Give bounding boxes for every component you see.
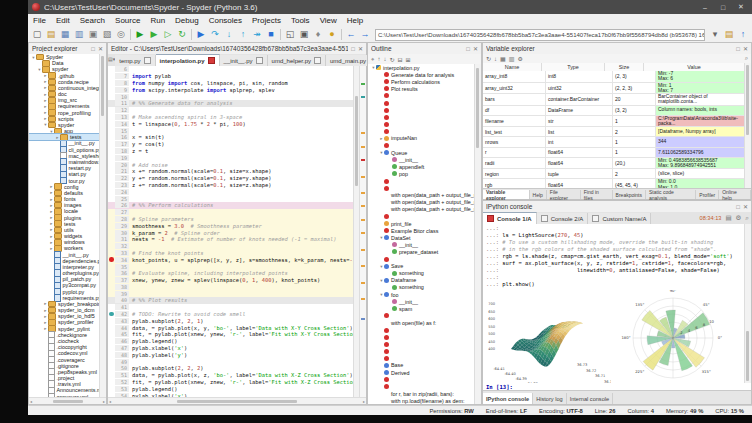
step-over-icon[interactable]: ↷ xyxy=(208,28,222,41)
column-header-value[interactable]: Value xyxy=(644,63,745,71)
outline-item-__init__[interactable]: __init__ xyxy=(368,241,475,248)
code-line-38[interactable]: 38 xyxy=(108,284,354,291)
inspect-icon[interactable]: ▤ xyxy=(723,214,733,222)
close-button[interactable]: ✕ xyxy=(734,3,748,11)
code-line-10[interactable]: 10 xyxy=(108,93,354,100)
menu-help[interactable]: Help xyxy=(342,16,368,25)
code-line-24[interactable]: 24 xyxy=(108,188,354,195)
preferences-icon[interactable]: ◎ xyxy=(114,28,128,41)
outline-item[interactable] xyxy=(368,355,475,362)
close-icon[interactable]: ✕ xyxy=(473,45,478,52)
outline-item[interactable] xyxy=(368,185,475,192)
save-icon[interactable]: ▦ xyxy=(58,28,72,41)
variable-row-array_int8[interactable]: array_int8int8(2, 3)Min: -7 Max: 6 xyxy=(483,71,745,83)
variable-row-bars[interactable]: barscontainer.BarContainer20BarContainer… xyxy=(483,94,745,106)
save-all-icon[interactable]: ▥ xyxy=(72,28,86,41)
console-tab-console-1-a[interactable]: Console 1/A xyxy=(483,212,537,224)
variable-row-list_test[interactable]: list_testlist2[Dataframe, Numpy array] xyxy=(483,127,745,137)
dock-tab-help[interactable]: Help xyxy=(530,190,547,199)
step-return-icon[interactable]: ↑ xyxy=(236,28,250,41)
code-line-17[interactable]: 17y = cos(t) xyxy=(108,141,354,148)
parent-dir-icon[interactable]: ↑ xyxy=(736,28,750,41)
code-line-15[interactable]: 15 xyxy=(108,127,354,134)
outline-item[interactable] xyxy=(368,341,475,348)
menu-file[interactable]: File xyxy=(28,16,51,25)
editor-scrollflag-column[interactable] xyxy=(359,66,366,398)
maximize-button[interactable]: □ xyxy=(716,4,730,11)
code-line-48[interactable]: 48pylab.ylabel('y') xyxy=(108,351,354,358)
close-icon[interactable]: ✕ xyxy=(358,45,363,52)
outline-item[interactable] xyxy=(368,348,475,355)
code-line-9[interactable]: 9from scipy.interpolate import splprep, … xyxy=(108,86,354,93)
dock-tab-online-help[interactable]: Online help xyxy=(719,190,751,199)
close-icon[interactable]: ✕ xyxy=(743,203,748,210)
outline-item-something[interactable]: something xyxy=(368,284,475,291)
modified-indicator-icon[interactable] xyxy=(208,57,215,64)
run-icon[interactable]: ▶ xyxy=(133,28,147,41)
code-line-37[interactable]: 37xnew, ynew, znew = splev(linspace(0, 1… xyxy=(108,277,354,284)
code-editor[interactable]: 67import pylab8from numpy import cos, li… xyxy=(108,66,354,398)
run-cell-advance-icon[interactable]: ▷ xyxy=(161,28,175,41)
go-down-icon[interactable]: ↓ xyxy=(383,56,386,62)
go-up-icon[interactable]: ↑ xyxy=(377,56,380,62)
code-line-46[interactable]: 46pylab.legend() xyxy=(108,338,354,345)
palette-icon[interactable]: ● xyxy=(325,28,339,41)
save-as-icon[interactable]: ▥ xyxy=(509,55,515,62)
outline-item[interactable] xyxy=(368,92,475,99)
variable-row-r[interactable]: rfloat6417.611062589334796 xyxy=(483,148,745,158)
outline-item-with-open-data_path-output_file_n-[interactable]: with open(data_path + output_file_n... xyxy=(368,206,475,213)
outline-item-for-r-bar-in-zip-radii-bars-[interactable]: for r, bar in zip(radii, bars): xyxy=(368,390,475,397)
code-line-39[interactable]: 39 xyxy=(108,290,354,297)
bottom-tab-ipython-console[interactable]: IPython console xyxy=(483,393,533,404)
outline-item-appendleft[interactable]: appendleft xyxy=(368,163,475,170)
outline-item-queue[interactable]: ▾Queue xyxy=(368,149,475,156)
dock-tab-profiler[interactable]: Profiler xyxy=(696,190,719,199)
options-icon[interactable]: ⚙ xyxy=(734,214,744,222)
code-line-44[interactable]: 44data, = pylab.plot(x, y, 'bo-', label=… xyxy=(108,324,354,331)
outline-item[interactable] xyxy=(368,383,475,390)
follow-cursor-icon[interactable]: ⌖ xyxy=(371,56,374,63)
working-directory-combobox[interactable]: C:\Users\TestUser\Downloads\16740356428f… xyxy=(375,29,705,41)
column-header-size[interactable]: Size xyxy=(605,63,644,71)
code-line-30[interactable]: 30k_param = 2 # Spline order xyxy=(108,229,354,236)
outline-item[interactable] xyxy=(368,99,475,106)
code-line-42[interactable]: 42# TODO: Rewrite to avoid code smell xyxy=(108,311,354,318)
outline-item-save[interactable]: ▾Save xyxy=(368,263,475,270)
continue-icon[interactable]: ↠ xyxy=(250,28,264,41)
code-line-36[interactable]: 36# Evaluate spline, including interpola… xyxy=(108,270,354,277)
menu-run[interactable]: Run xyxy=(145,16,170,25)
editor-hscrollbar[interactable]: ◂▸ xyxy=(108,397,366,404)
menu-projects[interactable]: Projects xyxy=(247,16,286,25)
code-line-23[interactable]: 23z += random.normal(scale=0.1, size=z.s… xyxy=(108,182,354,189)
code-line-49[interactable]: 49 xyxy=(108,358,354,365)
outline-item-__init__[interactable]: __init__ xyxy=(368,298,475,305)
outline-item[interactable] xyxy=(368,326,475,333)
menu-edit[interactable]: Edit xyxy=(51,16,75,25)
open-file-icon[interactable]: ▤ xyxy=(44,28,58,41)
outline-item-interpolation-py[interactable]: ▾interpolation.py xyxy=(368,64,475,71)
variable-table[interactable]: array_int8int8(2, 3)Min: -7 Max: 6array_… xyxy=(483,71,745,189)
editor-tab-umd_helper.py[interactable]: umd_helper.py xyxy=(268,55,326,66)
tab-close-icon[interactable] xyxy=(314,57,321,64)
code-line-32[interactable]: 32 xyxy=(108,243,354,250)
column-header-name[interactable]: Name xyxy=(483,63,542,71)
code-line-31[interactable]: 31nests = -1 # Estimate of number of kno… xyxy=(108,236,354,243)
outline-item[interactable] xyxy=(368,128,475,135)
outline-item-pop[interactable]: pop xyxy=(368,170,475,177)
variable-row-region[interactable]: regiontuple2(slice, slice) xyxy=(483,169,745,179)
code-line-52[interactable]: 52fit, = pylab.plot(xnew, znew, 'r-', la… xyxy=(108,379,354,386)
dock-tab-static-code-analysis[interactable]: Static code analysis xyxy=(646,190,696,199)
outline-item[interactable] xyxy=(368,334,475,341)
save-data-icon[interactable]: ▦ xyxy=(500,55,506,62)
project-tree-scrollbar[interactable] xyxy=(99,54,106,398)
expand-all-icon[interactable]: ⊞ xyxy=(405,56,410,63)
debug-icon[interactable]: ▶ xyxy=(194,28,208,41)
maximize-pane-icon[interactable]: ◱ xyxy=(283,28,297,41)
code-line-7[interactable]: 7import pylab xyxy=(108,73,354,80)
menu-source[interactable]: Source xyxy=(110,16,145,25)
code-line-40[interactable]: 40# %% Plot results xyxy=(108,297,354,304)
tools-icon[interactable]: ♦ xyxy=(311,28,325,41)
outline-item-imputenan[interactable]: ▸imputeNan xyxy=(368,135,475,142)
dock-tab-find-in-files[interactable]: Find in files xyxy=(581,190,613,199)
breakpoint-icon[interactable] xyxy=(109,257,114,262)
